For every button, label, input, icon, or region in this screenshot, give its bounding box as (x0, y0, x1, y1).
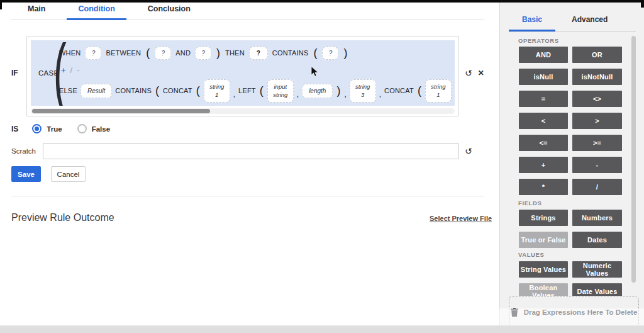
value-button-string-values[interactable]: String Values (519, 261, 568, 278)
placeholder-chip[interactable]: ? (249, 47, 268, 60)
value-button-numeric-values[interactable]: Numeric Values (572, 261, 622, 278)
clear-expression-icon[interactable]: ✕ (478, 69, 484, 77)
operator-button-or[interactable]: OR (572, 47, 622, 63)
operator-button-isnotnull[interactable]: isNotNull (572, 69, 622, 85)
add-clause-button[interactable]: + (61, 65, 66, 75)
select-preview-file-link[interactable]: Select Preview File (430, 215, 492, 222)
placeholder-chip[interactable]: ? (155, 47, 171, 60)
is-row: IS True False (11, 124, 125, 133)
paren-token: ( (196, 85, 200, 96)
contains-keyword: CONTAINS (272, 49, 309, 57)
tab-condition[interactable]: Condition (67, 4, 126, 20)
field-button-numbers[interactable]: Numbers (572, 210, 622, 226)
chip-line: string (273, 91, 287, 99)
comma-token: , (379, 90, 381, 104)
video-overlay-bar (0, 308, 644, 325)
comma-token: , (297, 90, 299, 104)
save-button[interactable]: Save (11, 166, 41, 182)
chip-line: 1 (436, 91, 440, 99)
divider-glyph: / (70, 65, 73, 75)
expression-builder: CASE ( WHEN ? BETWEEN ( ? AND ? ) THEN ?… (26, 36, 459, 116)
scratch-label: Scratch (11, 147, 36, 155)
palette-tab-bar: Basic Advanced (509, 15, 608, 31)
placeholder-chip[interactable]: ? (322, 47, 338, 60)
operator-button-lessorequal[interactable]: <= (519, 135, 568, 151)
comma-token: , (344, 90, 346, 104)
and-keyword: AND (175, 49, 191, 57)
panel-scrollbar-thumb[interactable] (631, 36, 636, 283)
operator-button-notequals[interactable]: <> (572, 91, 622, 107)
operator-button-equals[interactable]: = (519, 91, 568, 107)
palette-tab-divider (509, 31, 636, 32)
else-keyword: ELSE (59, 87, 77, 94)
mouse-cursor (311, 66, 319, 77)
if-label: IF (11, 69, 18, 77)
fields-grid: Strings Numbers True or False Dates (519, 210, 622, 248)
chip-line: 1 (215, 91, 218, 99)
clause-controls: + / - (61, 65, 80, 75)
operator-button-isnull[interactable]: isNull (519, 69, 568, 85)
operators-section-label: OPERATORS (518, 37, 559, 44)
paren-token: ) (336, 85, 340, 96)
left-function: LEFT (238, 87, 256, 94)
horizontal-scrollbar-thumb[interactable] (32, 109, 210, 113)
window-top-edge (0, 0, 644, 3)
reset-expression-icon[interactable]: ↺ (465, 68, 472, 78)
section-divider (11, 196, 484, 196)
chip-line: string (431, 82, 445, 91)
paren-token: ) (343, 47, 347, 59)
scratch-input[interactable] (43, 143, 459, 159)
paren-token: ( (418, 85, 421, 96)
placeholder-chip[interactable]: ? (85, 47, 101, 60)
between-keyword: BETWEEN (106, 49, 141, 57)
tab-conclusion[interactable]: Conclusion (147, 4, 192, 20)
operator-button-greaterthan[interactable]: > (572, 113, 622, 129)
expression-canvas[interactable]: CASE ( WHEN ? BETWEEN ( ? AND ? ) THEN ?… (31, 40, 455, 106)
tab-main[interactable]: Main (26, 4, 47, 20)
radio-false[interactable] (77, 124, 87, 133)
else-clause-row: ELSE Result CONTAINS ( CONCAT ( string1 … (59, 77, 455, 104)
horizontal-scrollbar[interactable] (31, 108, 455, 114)
paren-token: ( (313, 47, 317, 59)
placeholder-chip[interactable]: ? (195, 47, 211, 60)
tab-basic[interactable]: Basic (509, 15, 555, 31)
chip-line: 3 (361, 91, 364, 99)
main-tab-bar: Main Condition Conclusion (26, 4, 192, 20)
is-label: IS (11, 125, 18, 133)
radio-true[interactable] (32, 124, 42, 133)
operator-button-minus[interactable]: - (572, 157, 622, 173)
when-keyword: WHEN (59, 49, 80, 57)
value-chip[interactable]: string1 (425, 79, 452, 103)
window-corner-left (0, 0, 2, 9)
tab-advanced[interactable]: Advanced (572, 15, 608, 31)
value-chip[interactable]: string3 (350, 79, 376, 103)
fields-section-label: FIELDS (518, 200, 541, 206)
window-corner-right (641, 0, 644, 8)
concat-function: CONCAT (384, 87, 414, 94)
field-button-strings[interactable]: Strings (519, 210, 568, 226)
value-chip[interactable]: inputstring (267, 79, 294, 103)
values-section-label: VALUES (518, 251, 544, 258)
paren-token: ) (216, 47, 220, 59)
chip-line: string (209, 82, 224, 91)
values-grid: String Values Numeric Values Boolean Val… (519, 261, 622, 300)
remove-clause-button[interactable]: - (77, 65, 79, 75)
length-chip[interactable]: length (302, 84, 333, 98)
chip-line: input (274, 82, 287, 91)
result-chip[interactable]: Result (80, 84, 112, 98)
cancel-button[interactable]: Cancel (51, 166, 86, 182)
expression-actions: ↺ ✕ (465, 68, 484, 78)
scratch-reset-icon[interactable]: ↺ (465, 146, 472, 156)
operator-button-plus[interactable]: + (519, 157, 568, 173)
operator-button-lessthan[interactable]: < (519, 113, 568, 129)
then-keyword: THEN (225, 49, 245, 57)
operator-button-multiply[interactable]: * (519, 179, 568, 195)
field-button-dates[interactable]: Dates (572, 232, 622, 248)
operator-button-greaterorequal[interactable]: >= (572, 135, 622, 151)
operator-button-and[interactable]: AND (519, 47, 568, 63)
expression-palette-panel: Basic Advanced OPERATORS AND OR isNull i… (499, 3, 644, 333)
paren-token: ( (260, 85, 264, 96)
operators-grid: AND OR isNull isNotNull = <> < > <= >= +… (519, 47, 622, 195)
value-chip[interactable]: string1 (204, 79, 230, 103)
operator-button-divide[interactable]: / (572, 179, 622, 195)
